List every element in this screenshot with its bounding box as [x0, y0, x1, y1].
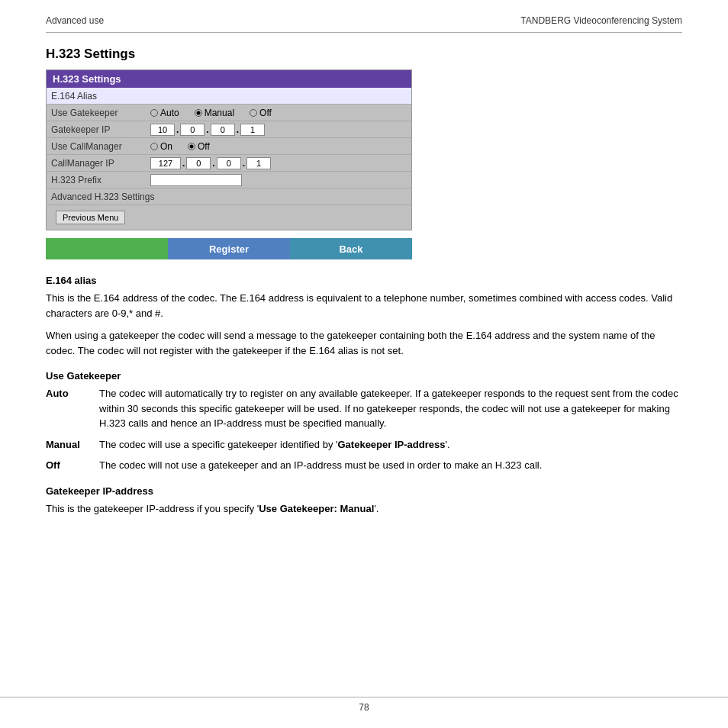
e164-alias-label: E.164 Alias	[51, 91, 150, 101]
h323-prefix-field[interactable]	[150, 174, 242, 186]
doc-e164-para1: This is the E.164 address of the codec. …	[46, 291, 682, 321]
callmanager-off-label: Off	[198, 141, 210, 152]
callmanager-off-radio[interactable]	[188, 143, 195, 150]
callmanager-on-option[interactable]: On	[150, 141, 172, 152]
top-bar: Advanced use TANDBERG Videoconferencing …	[46, 15, 682, 33]
gatekeeper-ip-content: 10 . 0 . 0 . 1	[150, 124, 407, 136]
settings-box: H.323 Settings E.164 Alias Use Gatekeepe…	[46, 69, 412, 230]
use-callmanager-label: Use CallManager	[51, 141, 150, 152]
doc-gatekeeper-manual-label: Manual	[46, 437, 99, 453]
gatekeeper-ip-seg1[interactable]: 10	[150, 124, 175, 136]
doc-gatekeeper-off-label: Off	[46, 458, 99, 473]
doc-gatekeeper-ip-heading: Gatekeeper IP-address	[46, 485, 682, 497]
doc-gatekeeper-ip: Gatekeeper IP-address This is the gateke…	[46, 485, 682, 517]
gatekeeper-ip-seg3[interactable]: 0	[211, 124, 235, 136]
gatekeeper-ip-seg2[interactable]: 0	[180, 124, 205, 136]
doc-gatekeeper-off-item: Off The codec will not use a gatekeeper …	[46, 458, 682, 473]
gatekeeper-off-label: Off	[259, 108, 272, 118]
gatekeeper-ip-label: Gatekeeper IP	[51, 124, 150, 135]
callmanager-ip-row: CallManager IP 127 . 0 . 0 . 1	[47, 155, 411, 172]
doc-e164-para2: When using a gatekeeper the codec will s…	[46, 328, 682, 358]
use-gatekeeper-content: Auto Manual Off	[150, 108, 407, 118]
doc-e164-heading: E.164 alias	[46, 275, 682, 286]
doc-e164-alias: E.164 alias This is the E.164 address of…	[46, 275, 682, 358]
callmanager-on-label: On	[160, 141, 172, 152]
page-title: H.323 Settings	[46, 47, 682, 62]
prev-menu-container: Previous Menu	[47, 205, 411, 230]
doc-section: E.164 alias This is the E.164 address of…	[46, 275, 682, 516]
bottom-bar: 78	[0, 697, 728, 713]
gatekeeper-ip-seg4[interactable]: 1	[240, 124, 265, 136]
h323-prefix-content	[150, 174, 407, 186]
e164-alias-row[interactable]: E.164 Alias	[47, 88, 411, 105]
doc-gatekeeper-off-text: The codec will not use a gatekeeper and …	[99, 458, 682, 473]
callmanager-off-option[interactable]: Off	[188, 141, 210, 152]
doc-gatekeeper-manual-item: Manual The codec will use a specific gat…	[46, 437, 682, 453]
gatekeeper-manual-label: Manual	[205, 108, 234, 118]
gatekeeper-auto-option[interactable]: Auto	[150, 108, 179, 118]
back-button[interactable]: Back	[290, 238, 412, 259]
gatekeeper-auto-radio[interactable]	[150, 109, 158, 117]
page-container: Advanced use TANDBERG Videoconferencing …	[0, 0, 728, 728]
callmanager-ip-seg2[interactable]: 0	[186, 157, 211, 169]
callmanager-ip-seg1[interactable]: 127	[150, 157, 181, 169]
advanced-h323-label: Advanced H.323 Settings	[51, 192, 407, 202]
green-bar	[46, 238, 168, 259]
settings-body: E.164 Alias Use Gatekeeper Auto Manual	[47, 88, 411, 230]
prev-menu-button[interactable]: Previous Menu	[56, 211, 125, 224]
gatekeeper-off-radio[interactable]	[250, 109, 257, 117]
gatekeeper-auto-label: Auto	[160, 108, 179, 118]
advanced-h323-row[interactable]: Advanced H.323 Settings	[47, 188, 411, 205]
callmanager-ip-seg3[interactable]: 0	[217, 157, 241, 169]
register-button[interactable]: Register	[168, 238, 290, 259]
doc-gatekeeper-auto-label: Auto	[46, 386, 99, 431]
use-gatekeeper-label: Use Gatekeeper	[51, 108, 150, 118]
use-callmanager-content: On Off	[150, 141, 407, 152]
use-gatekeeper-row: Use Gatekeeper Auto Manual Off	[47, 105, 411, 121]
doc-gatekeeper-heading: Use Gatekeeper	[46, 370, 682, 382]
header-left: Advanced use	[46, 15, 104, 26]
callmanager-on-radio[interactable]	[150, 143, 158, 150]
callmanager-ip-label: CallManager IP	[51, 158, 150, 169]
settings-header: H.323 Settings	[47, 70, 411, 88]
h323-prefix-row[interactable]: H.323 Prefix	[47, 172, 411, 188]
callmanager-ip-content: 127 . 0 . 0 . 1	[150, 157, 407, 169]
page-title-section: H.323 Settings	[46, 47, 682, 62]
doc-gatekeeper-auto-item: Auto The codec will automatically try to…	[46, 386, 682, 431]
header-right: TANDBERG Videoconferencing System	[520, 15, 682, 26]
doc-use-gatekeeper: Use Gatekeeper Auto The codec will autom…	[46, 370, 682, 473]
button-bar: Register Back	[46, 238, 412, 259]
gatekeeper-ip-row: Gatekeeper IP 10 . 0 . 0 . 1	[47, 121, 411, 138]
gatekeeper-manual-option[interactable]: Manual	[195, 108, 234, 118]
page-number: 78	[359, 702, 369, 713]
doc-gatekeeper-ip-para: This is the gatekeeper IP-address if you…	[46, 501, 682, 517]
gatekeeper-off-option[interactable]: Off	[250, 108, 272, 118]
gatekeeper-manual-radio[interactable]	[195, 109, 202, 117]
doc-gatekeeper-auto-text: The codec will automatically try to regi…	[99, 386, 682, 431]
h323-prefix-label: H.323 Prefix	[51, 175, 150, 185]
callmanager-ip-seg4[interactable]: 1	[246, 157, 271, 169]
doc-gatekeeper-manual-text: The codec will use a specific gatekeeper…	[99, 437, 682, 453]
use-callmanager-row: Use CallManager On Off	[47, 138, 411, 155]
